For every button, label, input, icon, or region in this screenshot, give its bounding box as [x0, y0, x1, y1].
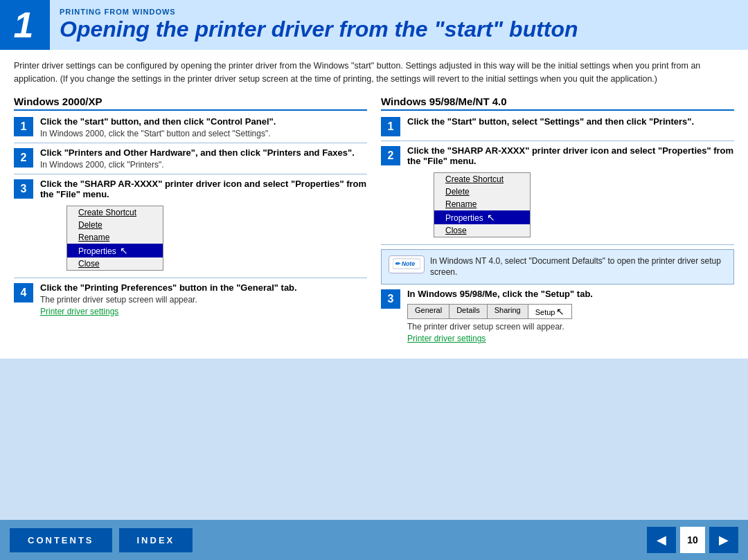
step-main-left-2: Click "Printers and Other Hardware", and… [40, 147, 367, 158]
step-main-left-4: Click the "Printing Preferences" button … [40, 282, 367, 293]
note-icon-svg: ✏ Note [393, 258, 420, 270]
step-main-right-2: Click the "SHARP AR-XXXX" printer driver… [407, 145, 734, 166]
note-text: In Windows NT 4.0, select "Document Defa… [430, 255, 727, 279]
step-content-left-3: Click the "SHARP AR-XXXX" printer driver… [40, 179, 367, 273]
columns-layout: Windows 2000/XP 1 Click the "start" butt… [14, 96, 734, 352]
step-number-left-4: 4 [14, 283, 33, 302]
step-main-left-3: Click the "SHARP AR-XXXX" printer driver… [40, 179, 367, 199]
step-content-left-1: Click the "start" button, and then click… [40, 116, 367, 138]
next-page-button[interactable]: ▶ [709, 527, 738, 553]
step-number-right-2: 2 [381, 146, 400, 165]
context-menu-right: Create Shortcut Delete Rename Properties… [434, 172, 531, 237]
menu-item-create-shortcut: Create Shortcut [67, 206, 163, 219]
svg-text:✏ Note: ✏ Note [395, 260, 415, 267]
menu-item-delete: Delete [67, 219, 163, 231]
tab-sharing: Sharing [488, 305, 528, 318]
step-left-3: 3 Click the "SHARP AR-XXXX" printer driv… [14, 179, 367, 278]
step-sub-right-3: The printer driver setup screen will app… [407, 322, 734, 332]
tab-setup: Setup↖ [528, 305, 572, 318]
prev-page-button[interactable]: ◀ [647, 527, 676, 553]
left-column-title: Windows 2000/XP [14, 96, 367, 111]
note-box: ✏ Note In Windows NT 4.0, select "Docume… [381, 249, 734, 285]
menu-item-rename: Rename [67, 231, 163, 244]
printer-driver-settings-link-right[interactable]: Printer driver settings [407, 334, 734, 343]
chapter-number: 1 [0, 0, 50, 50]
step-content-left-2: Click "Printers and Other Hardware", and… [40, 147, 367, 170]
cursor-icon-r: ↖ [487, 212, 495, 223]
index-button[interactable]: INDEX [119, 528, 193, 552]
step-sub-left-4: The printer driver setup screen will app… [40, 295, 367, 305]
footer: CONTENTS INDEX ◀ 10 ▶ [0, 520, 748, 560]
menu-item-properties-selected-r: Properties ↖ [434, 210, 530, 224]
header-title: Opening the printer driver from the "sta… [60, 17, 738, 42]
step-number-left-1: 1 [14, 117, 33, 136]
step-number-left-3: 3 [14, 179, 33, 199]
menu-item-close-r: Close [434, 224, 530, 237]
step-content-right-1: Click the "Start" button, select "Settin… [407, 116, 734, 129]
step-content-left-4: Click the "Printing Preferences" button … [40, 282, 367, 316]
step-right-2: 2 Click the "SHARP AR-XXXX" printer driv… [381, 145, 734, 245]
page-number: 10 [680, 527, 705, 553]
footer-navigation: ◀ 10 ▶ [647, 527, 738, 553]
step-content-right-2: Click the "SHARP AR-XXXX" printer driver… [407, 145, 734, 240]
menu-item-properties-selected: Properties ↖ [67, 244, 163, 258]
menu-item-rename-r: Rename [434, 198, 530, 210]
header-text-block: PRINTING FROM WINDOWS Opening the printe… [50, 0, 748, 50]
step-right-1: 1 Click the "Start" button, select "Sett… [381, 116, 734, 141]
step-main-right-1: Click the "Start" button, select "Settin… [407, 116, 734, 127]
step-left-4: 4 Click the "Printing Preferences" butto… [14, 282, 367, 320]
printer-driver-settings-link-left[interactable]: Printer driver settings [40, 307, 367, 316]
step-left-1: 1 Click the "start" button, and then cli… [14, 116, 367, 143]
menu-item-close: Close [67, 258, 163, 270]
step-sub-left-1: In Windows 2000, click the "Start" butto… [40, 129, 367, 138]
context-menu-left: Create Shortcut Delete Rename Properties… [66, 206, 163, 271]
page-header: 1 PRINTING FROM WINDOWS Opening the prin… [0, 0, 748, 50]
step-number-right-3: 3 [381, 289, 400, 309]
step-right-3: 3 In Windows 95/98/Me, click the "Setup"… [381, 289, 734, 347]
step-left-2: 2 Click "Printers and Other Hardware", a… [14, 147, 367, 174]
header-subtitle: PRINTING FROM WINDOWS [60, 8, 738, 16]
step-main-left-1: Click the "start" button, and then click… [40, 116, 367, 127]
contents-button[interactable]: CONTENTS [10, 528, 112, 552]
menu-item-delete-r: Delete [434, 186, 530, 198]
tab-details: Details [449, 305, 488, 318]
menu-item-create-shortcut-r: Create Shortcut [434, 173, 530, 186]
main-content: Printer driver settings can be configure… [0, 50, 748, 359]
right-column-title: Windows 95/98/Me/NT 4.0 [381, 96, 734, 111]
intro-text: Printer driver settings can be configure… [14, 60, 734, 86]
step-number-left-2: 2 [14, 148, 33, 168]
tab-bar: General Details Sharing Setup↖ [407, 304, 572, 319]
step-main-right-3: In Windows 95/98/Me, click the "Setup" t… [407, 289, 734, 299]
note-icon: ✏ Note [389, 255, 425, 273]
step-sub-left-2: In Windows 2000, click "Printers". [40, 160, 367, 170]
step-number-right-1: 1 [381, 117, 400, 136]
right-column: Windows 95/98/Me/NT 4.0 1 Click the "Sta… [381, 96, 734, 352]
cursor-icon: ↖ [120, 245, 128, 256]
tab-general: General [408, 305, 449, 318]
tab-cursor-icon: ↖ [556, 306, 564, 317]
left-column: Windows 2000/XP 1 Click the "start" butt… [14, 96, 367, 352]
step-content-right-3: In Windows 95/98/Me, click the "Setup" t… [407, 289, 734, 343]
